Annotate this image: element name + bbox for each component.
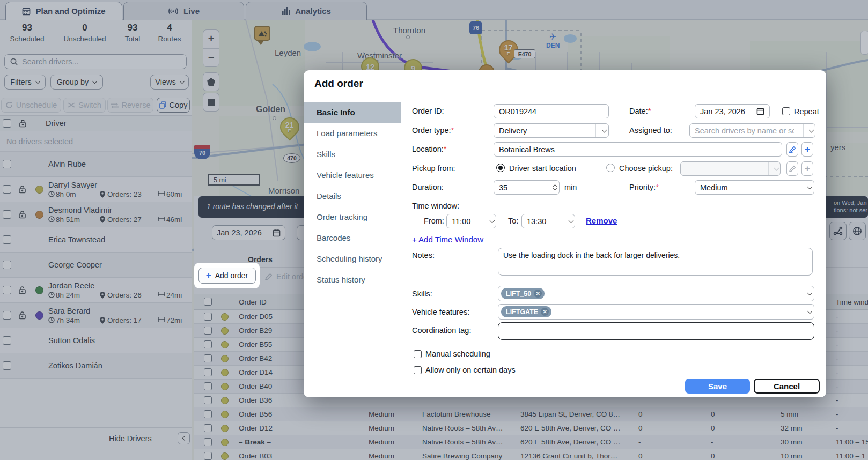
allow-days-checkbox[interactable] bbox=[414, 366, 422, 374]
modal-nav-item[interactable]: Scheduling history bbox=[304, 248, 401, 269]
add-order-modal: Add order Basic InfoLoad parametersSkill… bbox=[304, 70, 826, 397]
repeat-label: Repeat bbox=[794, 107, 819, 116]
modal-title: Add order bbox=[314, 78, 363, 90]
allow-days-row: Allow only on certain days bbox=[403, 366, 814, 374]
add-order-spotlight: + Add order bbox=[194, 263, 260, 288]
add-pickup-button[interactable]: + bbox=[801, 161, 813, 176]
order-type-select[interactable]: Delivery bbox=[494, 123, 609, 138]
notes-textarea[interactable]: Use the loading dock in the back for lar… bbox=[498, 248, 813, 276]
time-to-select[interactable]: 13:30 bbox=[521, 214, 575, 228]
assigned-to-input[interactable]: Search drivers by name or se bbox=[689, 123, 815, 138]
time-window-label: Time window: bbox=[412, 202, 459, 210]
vehicle-feature-tag: LIFTGATE ✕ bbox=[501, 306, 551, 317]
plus-icon: + bbox=[206, 271, 211, 280]
driver-start-location-radio[interactable] bbox=[496, 164, 505, 172]
coordination-tag-label: Coordination tag: bbox=[412, 326, 471, 335]
chevron-down-icon bbox=[595, 124, 608, 137]
add-time-window-link[interactable]: + Add Time Window bbox=[412, 235, 483, 244]
from-label: From: bbox=[424, 217, 444, 225]
add-location-button[interactable]: + bbox=[801, 142, 813, 157]
pickup-from-label: Pickup from: bbox=[412, 164, 455, 173]
modal-nav-item[interactable]: Order tracking bbox=[304, 206, 401, 227]
allow-days-label: Allow only on certain days bbox=[425, 366, 516, 374]
date-label: Date:* bbox=[629, 107, 651, 115]
chevron-down-icon bbox=[563, 214, 575, 228]
chevron-down-icon bbox=[768, 162, 780, 175]
time-from-select[interactable]: 11:00 bbox=[446, 214, 496, 228]
modal-nav-item[interactable]: Basic Info bbox=[304, 102, 401, 123]
priority-select[interactable]: Medium bbox=[695, 180, 814, 195]
to-label: To: bbox=[508, 217, 518, 225]
modal-nav-item[interactable]: Barcodes bbox=[304, 227, 401, 248]
driver-start-location-label: Driver start location bbox=[509, 164, 576, 173]
priority-label: Priority:* bbox=[629, 183, 659, 191]
modal-nav-item[interactable]: Load parameters bbox=[304, 123, 401, 144]
chevron-down-icon bbox=[801, 286, 814, 301]
order-id-input[interactable]: OR019244 bbox=[494, 104, 609, 118]
chevron-down-icon bbox=[801, 181, 814, 194]
choose-pickup-radio[interactable] bbox=[606, 164, 615, 172]
pencil-icon bbox=[789, 146, 796, 153]
number-stepper[interactable] bbox=[550, 181, 559, 194]
edit-pickup-button[interactable] bbox=[786, 161, 798, 176]
date-input[interactable]: Jan 23, 2026 bbox=[695, 104, 770, 118]
pencil-icon bbox=[789, 165, 796, 172]
order-type-label: Order type:* bbox=[412, 126, 454, 135]
chevron-down-icon bbox=[484, 214, 496, 228]
add-order-label: Add order bbox=[215, 271, 248, 280]
chevron-down-icon bbox=[803, 124, 815, 137]
choose-pickup-label: Choose pickup: bbox=[619, 164, 673, 173]
save-button[interactable]: Save bbox=[685, 379, 750, 394]
add-order-button[interactable]: + Add order bbox=[198, 268, 256, 284]
repeat-checkbox[interactable] bbox=[782, 107, 790, 115]
location-label: Location:* bbox=[412, 145, 447, 153]
manual-scheduling-checkbox[interactable] bbox=[414, 350, 422, 358]
location-input[interactable]: Botanical Brews bbox=[494, 142, 782, 157]
skills-multiselect[interactable]: LIFT_50 ✕ bbox=[498, 286, 814, 301]
order-id-label: Order ID: bbox=[412, 107, 444, 115]
duration-label: Duration: bbox=[412, 183, 444, 191]
manual-scheduling-row: Manual scheduling bbox=[403, 350, 814, 358]
remove-time-window-link[interactable]: Remove bbox=[586, 216, 617, 225]
coordination-tag-input[interactable] bbox=[498, 322, 814, 340]
cancel-button[interactable]: Cancel bbox=[754, 379, 820, 394]
assigned-to-label: Assigned to: bbox=[629, 126, 672, 135]
modal-nav-item[interactable]: Skills bbox=[304, 144, 401, 165]
choose-pickup-select[interactable] bbox=[680, 161, 781, 176]
manual-scheduling-label: Manual scheduling bbox=[425, 350, 490, 358]
remove-tag-icon[interactable]: ✕ bbox=[541, 308, 549, 316]
calendar-icon bbox=[756, 107, 764, 115]
app-screen: Thornton Westminster Leyden Golden Morri… bbox=[0, 0, 868, 460]
vehicle-features-label: Vehicle features: bbox=[412, 308, 469, 316]
notes-label: Notes: bbox=[412, 251, 435, 259]
remove-tag-icon[interactable]: ✕ bbox=[534, 290, 542, 298]
modal-nav: Basic InfoLoad parametersSkillsVehicle f… bbox=[304, 102, 401, 290]
modal-nav-item[interactable]: Status history bbox=[304, 269, 401, 290]
edit-location-button[interactable] bbox=[786, 142, 798, 157]
modal-nav-item[interactable]: Vehicle features bbox=[304, 165, 401, 186]
duration-input[interactable]: 35 bbox=[494, 180, 560, 195]
chevron-down-icon bbox=[801, 305, 814, 319]
vehicle-features-multiselect[interactable]: LIFTGATE ✕ bbox=[498, 304, 814, 320]
modal-nav-item[interactable]: Details bbox=[304, 186, 401, 206]
skill-tag: LIFT_50 ✕ bbox=[501, 288, 545, 299]
duration-unit: min bbox=[564, 183, 577, 191]
skills-label: Skills: bbox=[412, 290, 432, 298]
